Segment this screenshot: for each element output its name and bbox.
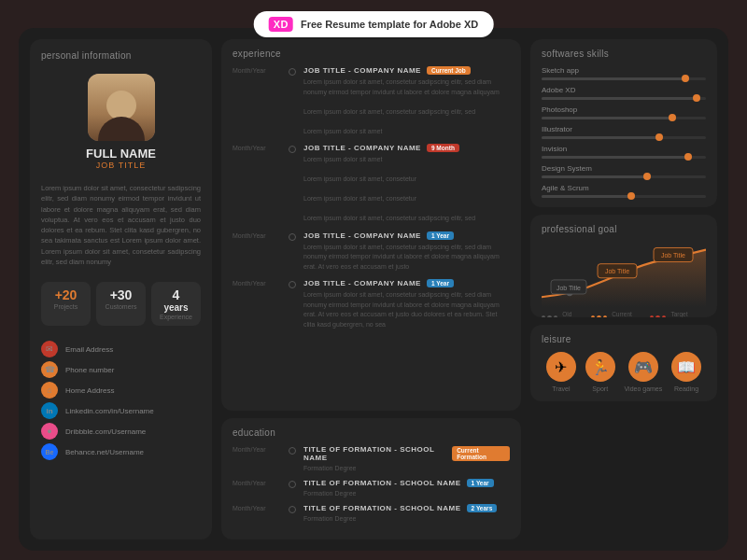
edu-degree: Formation Degree <box>303 490 510 497</box>
leisure-item-0: ✈ Travel <box>546 352 576 392</box>
contact-linkedin: in Linkedin.com/in/Username <box>41 402 201 419</box>
current-label: Current position <box>612 311 650 317</box>
current-dot3 <box>603 315 607 318</box>
old-dot <box>542 315 545 318</box>
top-badge: XD Free Resume template for Adobe XD <box>254 11 494 37</box>
skill-name: Illustrator <box>542 125 706 133</box>
exp-desc: Lorem ipsum dolor sit amet, consetetur s… <box>303 243 510 273</box>
dribbble-label: Dribbble.com/Username <box>65 427 146 436</box>
leisure-title: Leisure <box>542 334 706 344</box>
edu-date: Month/Year <box>233 504 281 511</box>
leisure-icon-video-games: 🎮 <box>628 352 658 382</box>
edu-degree: Formation Degree <box>303 515 510 522</box>
target-dot3 <box>662 315 666 318</box>
email-icon: ✉ <box>41 341 58 357</box>
exp-badge: Current Job <box>427 66 471 75</box>
exp-title-row: JOB TITLE - COMPANY NAME 1 Year <box>303 279 510 287</box>
goal-section: Professional goal <box>530 215 717 317</box>
exp-date: Month/Year <box>233 279 281 287</box>
experience-item-1: Month/Year JOB TITLE - COMPANY NAME 9 Mo… <box>233 144 510 224</box>
old-dot3 <box>554 315 557 318</box>
xd-logo: XD <box>269 17 293 32</box>
leisure-label: Video games <box>625 385 663 392</box>
edu-content: TITLE OF FORMATION - SCHOOL NAME 2 Years… <box>303 504 510 522</box>
middle-panel: Experience Month/Year JOB TITLE - COMPAN… <box>221 39 521 539</box>
avatar-area: FULL NAME JOB TITLE <box>41 74 201 170</box>
education-item-2: Month/Year TITLE OF FORMATION - SCHOOL N… <box>233 504 510 522</box>
exp-desc: Lorem ipsum dolor sit amet, consetetur s… <box>303 77 510 136</box>
experience-item-3: Month/Year JOB TITLE - COMPANY NAME 1 Ye… <box>233 279 510 329</box>
experience-section: Experience Month/Year JOB TITLE - COMPAN… <box>221 39 521 411</box>
exp-dot <box>289 233 296 241</box>
education-title: Education <box>233 427 510 438</box>
avatar <box>88 74 155 141</box>
home-icon: ⌂ <box>41 382 58 399</box>
exp-content: JOB TITLE - COMPANY NAME 1 Year Lorem ip… <box>303 279 510 329</box>
education-section: Education Month/Year TITLE OF FORMATION … <box>221 418 521 539</box>
exp-job-title: JOB TITLE - COMPANY NAME <box>303 231 421 240</box>
exp-dot <box>289 281 296 288</box>
skills-section: Softwares Skills Sketch app Adobe XD Pho… <box>530 39 717 207</box>
leisure-label: Travel <box>552 385 570 392</box>
stat-customers-number: +30 <box>100 287 142 302</box>
experience-item-0: Month/Year JOB TITLE - COMPANY NAME Curr… <box>233 66 510 136</box>
behance-label: Behance.net/Username <box>65 448 144 456</box>
edu-title: TITLE OF FORMATION - SCHOOL NAME <box>303 479 461 487</box>
phone-label: Phone number <box>65 366 114 374</box>
dribbble-icon: ● <box>41 423 58 440</box>
leisure-item-1: 🏃 Sport <box>585 352 615 392</box>
exp-badge: 9 Month <box>427 144 459 152</box>
skill-name: Agile & Scrum <box>542 184 706 192</box>
personal-info-title: personal information <box>41 50 201 61</box>
education-item-1: Month/Year TITLE OF FORMATION - SCHOOL N… <box>233 479 510 497</box>
goal-chart: Job Title Job Title Job Title <box>542 242 706 307</box>
education-list: Month/Year TITLE OF FORMATION - SCHOOL N… <box>233 445 510 522</box>
edu-badge: 1 Year <box>467 479 494 487</box>
edu-title: TITLE OF FORMATION - SCHOOL NAME <box>303 445 446 462</box>
contact-dribbble: ● Dribbble.com/Username <box>41 423 201 440</box>
exp-dot <box>289 146 296 153</box>
old-label: Old position <box>562 311 590 317</box>
leisure-item-2: 🎮 Video games <box>625 352 663 392</box>
contact-behance: Be Behance.net/Username <box>41 443 201 460</box>
badge-text: Free Resume template for Adobe XD <box>301 19 478 30</box>
full-name: FULL NAME <box>86 147 156 161</box>
leisure-label: Sport <box>592 385 608 392</box>
bio-text: Lorem ipsum dolor sit amet, consectetur … <box>41 183 201 267</box>
linkedin-icon: in <box>41 402 58 419</box>
stat-experience: 4 years Experience <box>151 282 201 326</box>
exp-badge: 1 Year <box>427 279 454 287</box>
target-dot2 <box>655 315 659 318</box>
leisure-label: Reading <box>674 385 698 392</box>
skill-bar-fill <box>542 175 648 178</box>
skill-item-3: Illustrator <box>542 125 706 139</box>
stat-projects-label: Projects <box>45 303 87 310</box>
skill-bar-bg <box>542 136 706 139</box>
experience-title: Experience <box>233 49 510 59</box>
exp-desc: Lorem ipsum dolor sit amet, consetetur s… <box>303 290 510 329</box>
current-dot <box>591 315 595 318</box>
skill-bar-bg <box>542 97 706 100</box>
stat-projects: +20 Projects <box>41 282 91 326</box>
edu-title-row: TITLE OF FORMATION - SCHOOL NAME Current… <box>303 445 510 462</box>
skill-name: Design System <box>542 164 706 173</box>
stats-row: +20 Projects +30 Customers 4 years Exper… <box>41 282 201 326</box>
home-label: Home Address <box>65 386 114 395</box>
stat-customers: +30 Customers <box>96 282 146 326</box>
exp-content: JOB TITLE - COMPANY NAME 9 Month Lorem i… <box>303 144 510 224</box>
leisure-icon-travel: ✈ <box>546 352 576 382</box>
skill-item-0: Sketch app <box>542 66 706 80</box>
target-position-legend: Target position <box>650 311 706 317</box>
right-panel: Softwares Skills Sketch app Adobe XD Pho… <box>530 39 717 539</box>
skill-bar-fill <box>542 156 689 159</box>
exp-job-title: JOB TITLE - COMPANY NAME <box>303 144 421 152</box>
exp-title-row: JOB TITLE - COMPANY NAME Current Job <box>303 66 510 75</box>
skill-item-6: Agile & Scrum <box>542 184 706 198</box>
edu-dot <box>289 481 296 488</box>
contact-phone: ☎ Phone number <box>41 361 201 378</box>
edu-content: TITLE OF FORMATION - SCHOOL NAME Current… <box>303 445 510 471</box>
current-position-legend: Current position <box>591 311 650 317</box>
stat-years-label: years <box>155 302 197 313</box>
contact-home: ⌂ Home Address <box>41 382 201 399</box>
leisure-section: Leisure ✈ Travel 🏃 Sport 🎮 Video games 📖… <box>530 325 717 401</box>
